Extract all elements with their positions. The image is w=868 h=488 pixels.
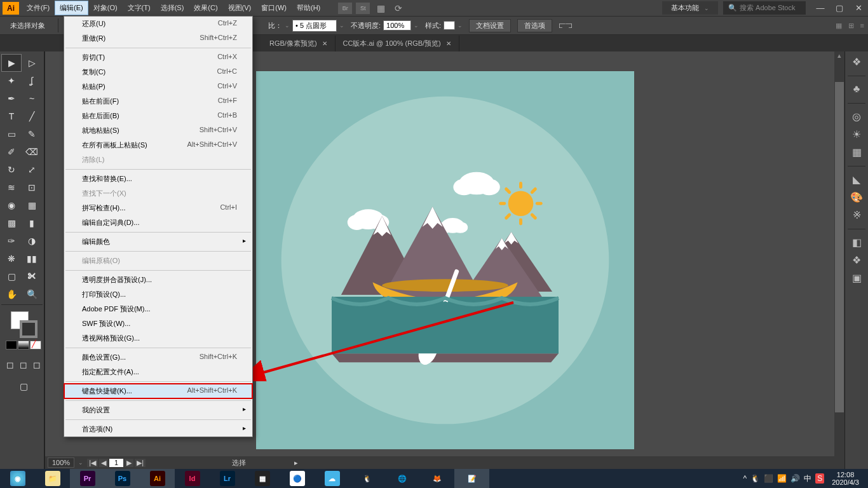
libraries-panel-icon[interactable]: ♣ xyxy=(848,81,865,97)
edit-menu-item[interactable]: 贴在前面(F)Ctrl+F xyxy=(64,94,252,109)
draw-behind[interactable]: ◻ xyxy=(17,356,30,374)
selection-tool[interactable]: ▶ xyxy=(1,54,22,72)
search-stock[interactable]: 🔍 搜索 Adobe Stock xyxy=(723,1,806,15)
close-tab-icon[interactable]: ✕ xyxy=(322,40,327,47)
menu-text[interactable]: 文字(T) xyxy=(123,1,156,15)
tray-qq-icon[interactable]: 🐧 xyxy=(750,474,760,483)
artboard-nav[interactable]: |◀◀1▶▶| xyxy=(87,459,146,467)
symbols-panel-icon[interactable]: 🎨 xyxy=(848,189,865,205)
transparency-panel-icon[interactable]: ◧ xyxy=(848,234,865,250)
free-transform-tool[interactable]: ⊡ xyxy=(22,179,42,196)
close-button[interactable]: ✕ xyxy=(849,0,868,16)
menu-edit[interactable]: 编辑(E) xyxy=(55,1,88,15)
task-explorer[interactable]: 📁 xyxy=(35,469,70,488)
rotate-tool[interactable]: ↻ xyxy=(1,161,22,179)
tray-volume-icon[interactable]: 🔊 xyxy=(790,474,800,483)
tray-up-icon[interactable]: ^ xyxy=(743,474,747,483)
workspace-selector[interactable]: 基本功能 ⌄ xyxy=(662,1,718,15)
edit-menu-item[interactable]: 查找和替换(E)... xyxy=(64,172,252,186)
edit-menu-item[interactable]: 颜色设置(G)...Shift+Ctrl+K xyxy=(64,350,252,365)
shaper-tool[interactable]: ✐ xyxy=(1,143,22,161)
rectangle-tool[interactable]: ▭ xyxy=(1,125,22,143)
magic-wand-tool[interactable]: ✦ xyxy=(1,72,22,90)
tray-sogou-icon[interactable]: S xyxy=(815,473,824,484)
mesh-tool[interactable]: ▩ xyxy=(1,214,22,232)
edit-menu-item[interactable]: 编辑自定词典(D)... xyxy=(64,215,252,230)
arrange-icon[interactable]: ▦ xyxy=(374,3,388,14)
color-mode[interactable] xyxy=(6,341,17,349)
edit-menu-item[interactable]: 重做(R)Shift+Ctrl+Z xyxy=(64,31,252,46)
minimize-button[interactable]: — xyxy=(811,0,830,16)
edit-menu-item[interactable]: 在所有画板上粘贴(S)Alt+Shift+Ctrl+V xyxy=(64,138,252,152)
edit-menu-item[interactable]: 透视网格预设(G)... xyxy=(64,331,252,346)
edit-menu-item[interactable]: 我的设置 xyxy=(64,403,252,417)
type-tool[interactable]: T xyxy=(1,107,22,125)
menu-icon[interactable]: ≡ xyxy=(860,22,864,29)
task-browser[interactable]: ◉ xyxy=(0,469,35,488)
gradient-tool[interactable]: ▮ xyxy=(22,214,42,232)
line-tool[interactable]: ╱ xyxy=(22,107,42,125)
stroke-panel-icon[interactable]: ※ xyxy=(848,207,865,222)
vertical-scrollbar[interactable]: ▴ xyxy=(834,51,844,459)
symbol-sprayer-tool[interactable]: ❋ xyxy=(1,250,22,268)
edit-menu-item[interactable]: 键盘快捷键(K)...Alt+Shift+Ctrl+K xyxy=(64,384,252,398)
edit-menu-item[interactable]: 首选项(N) xyxy=(64,422,252,437)
tray-app-icon[interactable]: ⬛ xyxy=(764,474,773,483)
task-notepad[interactable]: 📝 xyxy=(454,469,489,488)
task-indesign[interactable]: Id xyxy=(175,469,210,488)
style-swatch[interactable] xyxy=(444,21,455,30)
slice-tool[interactable]: ✀ xyxy=(22,268,42,285)
menu-file[interactable]: 文件(F) xyxy=(22,1,55,15)
maximize-button[interactable]: ▢ xyxy=(830,0,849,16)
curvature-tool[interactable]: ~ xyxy=(22,90,42,107)
menu-window[interactable]: 窗口(W) xyxy=(256,1,292,15)
bridge-icon[interactable]: Br xyxy=(338,3,352,14)
scale-tool[interactable]: ⤢ xyxy=(22,161,42,179)
edit-menu-item[interactable]: Adobe PDF 预设(M)... xyxy=(64,302,252,316)
screen-mode[interactable]: ▢ xyxy=(13,377,34,395)
draw-normal[interactable]: ◻ xyxy=(4,356,17,374)
edit-menu-item[interactable]: 就地粘贴(S)Shift+Ctrl+V xyxy=(64,123,252,138)
tray-ime-icon[interactable]: 中 xyxy=(804,473,811,484)
task-chrome[interactable]: 🌐 xyxy=(384,469,419,488)
gpu-icon[interactable]: ⟳ xyxy=(391,3,405,14)
edit-menu-item[interactable]: 剪切(T)Ctrl+X xyxy=(64,50,252,65)
hand-tool[interactable]: ✋ xyxy=(1,285,22,303)
menu-effect[interactable]: 效果(C) xyxy=(189,1,222,15)
doc-tab-1[interactable]: RGB/像素预览) ✕ xyxy=(262,36,336,51)
edit-menu-item[interactable]: 透明度拼合器预设(J)... xyxy=(64,273,252,287)
stock-icon[interactable]: St xyxy=(356,3,370,14)
zoom-tool[interactable]: 🔍 xyxy=(22,285,42,303)
menu-select[interactable]: 选择(S) xyxy=(156,1,189,15)
task-firefox[interactable]: 🦊 xyxy=(419,469,454,488)
close-tab-icon[interactable]: ✕ xyxy=(446,40,451,47)
menu-object[interactable]: 对象(O) xyxy=(88,1,123,15)
zoom-level[interactable]: 100% xyxy=(48,458,74,468)
shape-builder-tool[interactable]: ◉ xyxy=(1,196,22,214)
pen-tool[interactable]: ✒ xyxy=(1,90,22,107)
fill-stroke-swatches[interactable] xyxy=(11,311,36,337)
edit-menu-item[interactable]: 复制(C)Ctrl+C xyxy=(64,65,252,79)
edit-menu-item[interactable]: 指定配置文件(A)... xyxy=(64,365,252,379)
paintbrush-tool[interactable]: ✎ xyxy=(22,125,42,143)
blend-tool[interactable]: ◑ xyxy=(22,232,42,250)
tray-clock[interactable]: 12:08 2020/4/3 xyxy=(828,471,863,486)
edit-menu-item[interactable]: 拼写检查(H)...Ctrl+I xyxy=(64,201,252,215)
color-panel-icon[interactable]: ☀ xyxy=(848,126,865,142)
opacity-value[interactable]: 100% xyxy=(383,20,411,30)
properties-panel-icon[interactable]: ❖ xyxy=(848,54,865,69)
stroke-style[interactable]: • 5 点圆形 xyxy=(292,20,337,32)
edit-menu-item[interactable]: 粘贴(P)Ctrl+V xyxy=(64,79,252,94)
transform-icon[interactable]: ▦ xyxy=(836,22,842,30)
column-graph-tool[interactable]: ▮▮ xyxy=(22,250,42,268)
task-qq[interactable]: 🐧 xyxy=(349,469,384,488)
doc-tab-2[interactable]: CC版本.ai @ 100% (RGB/预览) ✕ xyxy=(336,36,459,51)
artboard[interactable] xyxy=(256,71,634,449)
align-icon[interactable]: ⫍⫎ xyxy=(559,22,573,29)
lasso-tool[interactable]: ʆ xyxy=(22,72,42,90)
prefs-button[interactable]: 首选项 xyxy=(517,19,552,32)
task-premiere[interactable]: Pr xyxy=(70,469,105,488)
artboards-panel-icon[interactable]: ▣ xyxy=(848,270,865,285)
task-app2[interactable]: 🔵 xyxy=(280,469,315,488)
direct-selection-tool[interactable]: ▷ xyxy=(22,54,42,72)
